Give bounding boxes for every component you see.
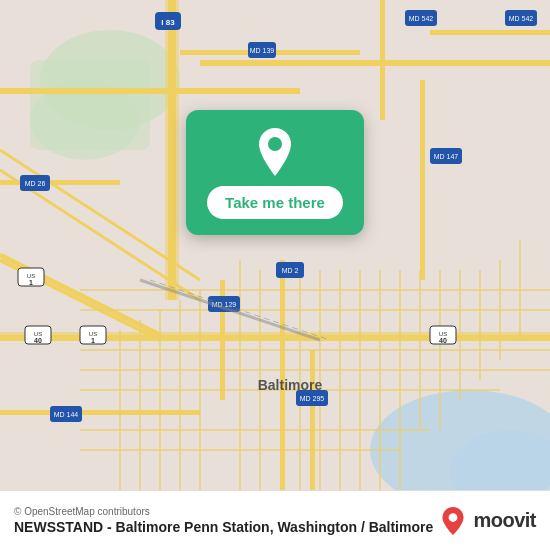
svg-rect-9	[165, 0, 179, 300]
svg-rect-13	[380, 0, 385, 120]
footer-left: © OpenStreetMap contributors NEWSSTAND -…	[14, 506, 433, 535]
location-card: Take me there	[186, 110, 364, 235]
moovit-brand-icon	[439, 507, 467, 535]
svg-text:MD 26: MD 26	[25, 180, 46, 187]
svg-text:MD 139: MD 139	[250, 47, 275, 54]
svg-rect-3	[30, 60, 150, 150]
svg-text:MD 147: MD 147	[434, 153, 459, 160]
svg-rect-15	[0, 180, 120, 185]
svg-text:40: 40	[34, 337, 42, 344]
station-name: NEWSSTAND - Baltimore Penn Station, Wash…	[14, 519, 433, 535]
svg-text:1: 1	[91, 337, 95, 344]
svg-text:40: 40	[439, 337, 447, 344]
svg-rect-24	[0, 410, 200, 415]
osm-attribution: © OpenStreetMap contributors	[14, 506, 433, 517]
location-pin-icon	[251, 128, 299, 176]
svg-text:I 83: I 83	[161, 18, 175, 27]
svg-rect-16	[420, 80, 425, 280]
moovit-logo: moovit	[439, 507, 536, 535]
moovit-brand-name: moovit	[473, 509, 536, 532]
svg-text:MD 144: MD 144	[54, 411, 79, 418]
svg-text:MD 542: MD 542	[509, 15, 534, 22]
svg-rect-10	[0, 88, 300, 94]
svg-text:MD 2: MD 2	[282, 267, 299, 274]
map-container: I 83 MD 139 MD 542 MD 542 MD 26 MD 147 U…	[0, 0, 550, 490]
svg-text:1: 1	[29, 279, 33, 286]
svg-text:Baltimore: Baltimore	[258, 377, 323, 393]
svg-rect-11	[200, 60, 550, 66]
svg-rect-14	[430, 30, 550, 35]
svg-text:MD 295: MD 295	[300, 395, 325, 402]
svg-rect-22	[280, 260, 285, 490]
footer-bar: © OpenStreetMap contributors NEWSSTAND -…	[0, 490, 550, 550]
svg-point-87	[449, 513, 458, 522]
take-me-there-button[interactable]: Take me there	[207, 186, 343, 219]
svg-point-86	[268, 137, 282, 151]
svg-text:MD 542: MD 542	[409, 15, 434, 22]
